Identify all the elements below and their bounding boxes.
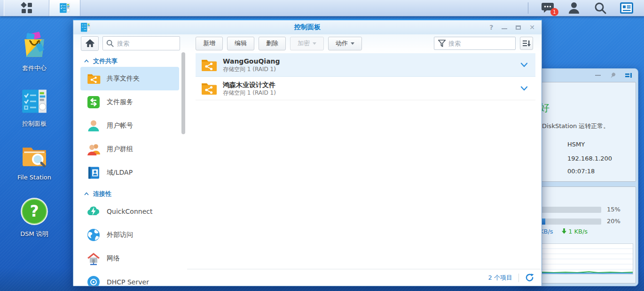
search-icon [594,2,606,14]
shared-folder-icon [86,72,101,86]
window-titlebar[interactable]: 控制面板 ? ✕ [73,20,542,34]
uptime: 00:07:18 [567,168,595,175]
sidebar-item-user-group[interactable]: 用户群组 [80,137,179,161]
help-button[interactable]: ? [489,24,493,31]
notifications-button[interactable]: 1 [541,1,555,15]
folder-location: 存储空间 1 (RAID 1) [223,65,280,73]
search-icon [106,40,114,47]
user-icon [568,2,580,14]
folder-location: 存储空间 1 (RAID 1) [223,89,276,97]
network-graph [527,243,633,275]
home-button[interactable] [81,36,99,51]
cpu-percent: 15% [607,206,620,213]
file-station-icon [20,141,49,170]
sidebar-item-label: 网络 [107,254,120,263]
folder-name: 鸿森木业设计文件 [223,81,276,89]
chevron-down-icon [313,42,316,45]
folder-name: WangGouQiang [223,57,280,65]
sidebar-item-shared-folder[interactable]: 共享文件夹 [80,67,179,90]
chevron-down-icon[interactable] [520,86,528,91]
sidebar-item-label: 外部访问 [107,231,133,239]
action-button[interactable]: 动作 [328,37,362,50]
pin-icon[interactable] [608,70,618,80]
shared-folder-row[interactable]: 鸿森木业设计文件 存储空间 1 (RAID 1) [196,77,535,100]
add-button[interactable]: 新增 [196,37,223,50]
search-button[interactable] [593,1,607,15]
statusbar-divider [518,274,519,282]
window-title: 控制面板 [73,23,542,32]
sidebar-section-file-sharing[interactable]: 文件共享 [73,55,187,67]
widget-minimize-icon[interactable] [595,75,601,76]
health-message: DiskStation 运转正常。 [542,122,609,130]
chevron-down-icon[interactable] [520,62,528,67]
sort-icon [523,40,531,47]
shared-folder-list: WangGouQiang 存储空间 1 (RAID 1) [187,52,542,286]
ip-address: 192.168.1.200 [567,155,612,162]
dsm-help-icon: ? [20,197,49,226]
server-name: HSMY [567,141,585,148]
widgets-icon [620,2,633,14]
sidebar-item-label: DHCP Server [107,278,149,286]
sidebar-item-label: 用户群组 [107,145,133,154]
sidebar-item-external-access[interactable]: 外部访问 [80,223,179,247]
sidebar-search-input[interactable] [102,36,180,50]
download-arrow-icon [562,228,566,234]
shared-folder-row[interactable]: WangGouQiang 存储空间 1 (RAID 1) [196,53,535,77]
desktop-icon-label: 控制面板 [11,120,58,128]
refresh-button[interactable] [525,273,534,282]
widgets-button[interactable] [620,1,634,15]
desktop-icon-label: 套件中心 [11,64,58,73]
sidebar-item-label: 用户帐号 [107,121,133,130]
taskbar-control-panel-button[interactable] [49,0,80,16]
desktop-icon-control-panel[interactable]: 控制面板 [11,87,58,128]
close-button[interactable]: ✕ [529,24,535,31]
taskbar: 1 [0,0,644,16]
desktop-icon-dsm-help[interactable]: ? DSM 说明 [11,197,58,238]
user-menu-button[interactable] [567,1,581,15]
control-panel-icon [20,87,49,116]
sidebar-item-network[interactable]: 网络 [80,247,179,270]
sidebar-item-dhcp-server[interactable]: DHCP Server [80,270,179,286]
desktop-icon-package-center[interactable]: 套件中心 [11,30,58,73]
control-panel-window: 控制面板 ? ✕ [73,19,542,286]
item-count: 2 个项目 [488,274,512,282]
maximize-button[interactable] [516,25,521,30]
encrypt-button[interactable]: 加密 [290,37,324,50]
sidebar-item-label: 文件服务 [107,98,133,106]
sidebar-section-connectivity[interactable]: 连接性 [73,188,187,200]
ram-percent: 20% [607,218,620,225]
shared-folder-icon [200,57,217,73]
sidebar-item-quickconnect[interactable]: QuickConnect [80,200,179,223]
external-access-icon [86,228,101,242]
control-panel-icon [59,2,71,14]
sort-button[interactable] [520,37,533,50]
sidebar-item-label: 共享文件夹 [107,74,140,83]
sidebar-item-label: QuickConnect [107,208,152,215]
list-filter-input[interactable] [434,37,516,50]
delete-button[interactable]: 删除 [259,37,286,50]
notification-badge: 1 [550,8,558,16]
user-account-icon [86,119,101,133]
main-menu-icon [20,1,33,15]
package-center-icon [20,30,49,60]
minimize-button[interactable] [502,28,507,29]
sidebar-item-label: 域/LDAP [107,169,133,177]
domain-ldap-icon [86,166,101,180]
sidebar-item-file-services[interactable]: 文件服务 [80,90,179,114]
shared-folder-icon [200,80,217,97]
widget-panel-icon[interactable] [625,72,632,79]
dhcp-server-icon [86,275,101,286]
quickconnect-icon [86,204,101,218]
file-services-icon [86,95,101,109]
sidebar-scrollbar[interactable] [181,52,185,134]
sidebar-item-domain-ldap[interactable]: 域/LDAP [80,161,179,185]
chevron-up-icon [84,192,89,195]
network-icon [86,251,101,266]
desktop: 好 DiskStation 运转正常。 HSMY 192.168.1.200 0… [0,0,644,291]
desktop-icon-file-station[interactable]: File Station [11,141,58,181]
main-menu-button[interactable] [4,0,49,16]
sidebar-item-user-account[interactable]: 用户帐号 [80,114,179,137]
download-speed-row: 1 KB/s [562,228,588,235]
desktop-icon-label: DSM 说明 [11,230,58,238]
edit-button[interactable]: 编辑 [227,37,254,50]
